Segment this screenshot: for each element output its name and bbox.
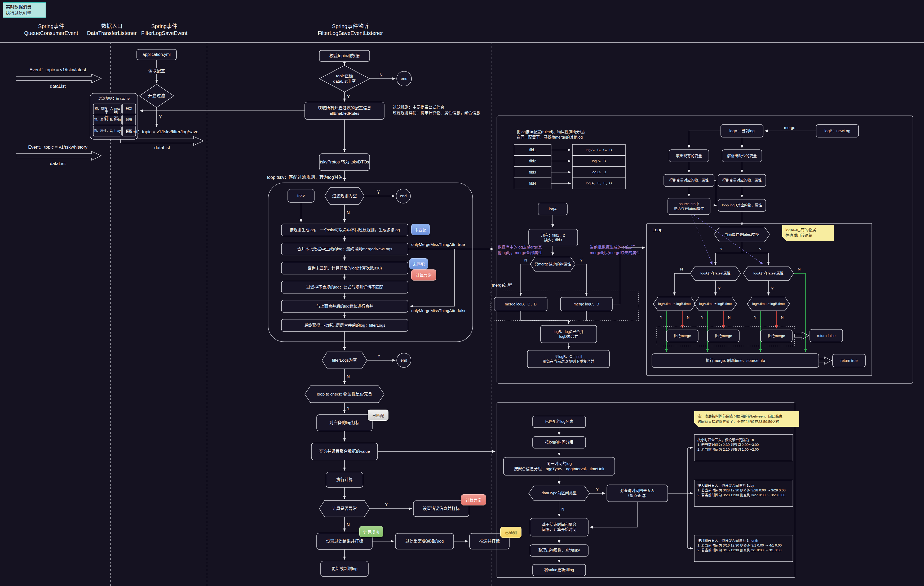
edge-label-yes: Y [384,502,389,508]
edge-label-no: N [797,267,802,272]
cache-row-key: 物、属性：C, 1day [94,129,120,133]
node-group-by-agg: 同一时间的log 按聚合信息分组：aggType、 aggInterval、ti… [514,461,604,472]
event-save-payload: dataList [154,145,170,151]
node-set-result: 设置过滤结果并打标 [326,538,363,544]
node-reject-merge: 拒绝merge [673,334,691,338]
edge-label-merge: merge [783,125,797,130]
fild-key: fild1 [529,148,536,152]
cache-title: 过滤规则：in cache [98,96,130,101]
example-month: 按月四舍五入，假设聚合间隔为 1month 1. 若当前时间为 3/16 12:… [698,538,791,553]
fild-val: log A、B、C、D [586,148,612,152]
node-group-by-time: 按log的时间分组 [545,440,573,445]
edge-label-no: N [560,507,566,512]
node-end-1: end [401,76,407,81]
edge-label-no: N [685,315,691,320]
lane-title-listener: Spring事件监听 FilterLogSaveEventListener [318,23,383,37]
node-attrs-existing: 得到变量对应的物、属性 [669,178,709,183]
annotation-only-merge-false: onlyMergeMissThingAttr: false [411,308,466,314]
node-merged-status: logB、logC已合并 logD未合并 [554,329,584,339]
node-merge-new-logs: 合并本批数据中生成的log：最终得到mergedNewLogs [297,246,392,252]
node-application-yml: application.yml [143,52,171,57]
node-update-value: 将value更新到log [544,568,574,573]
node-merge-cd: merge logC、D [574,302,599,306]
flowchart-canvas: 实时数据消费 执行过滤引擎 Spring事件 QueueConsumerEven… [0,0,924,586]
edge-label-yes: Y [376,354,382,359]
fild-val: log A、B [592,159,606,163]
node-tskv: tskv [297,193,305,198]
node-loop-logb-attrs: loop logB对应的物、属性 [722,203,762,208]
sticky-note-between: 注：底层按时间范围查询使用的是between，因此结束 时间就直接取临界值了，不… [694,411,799,427]
cache-row-key: 物、属性：B, 5min [94,118,121,122]
node-reject-merge: 拒绝merge [768,334,785,338]
node-exec-merge: 执行merge: 刷新time、sourceInfo [706,358,765,363]
node-mark-complete: 对完备的log打标 [329,420,360,425]
cache-row-key: 物、属性：A, now [95,107,120,111]
cache-row-val: 最新 [125,107,132,111]
edge-label-no: N [345,522,351,528]
edge-label-yes: Y [658,315,663,320]
title-badge: 实时数据消费 执行过滤引擎 [3,2,46,18]
node-has-latest-left: logA存在latest属性 [700,271,730,276]
edge-label-yes: Y [700,315,705,320]
edge-label-no: N [757,246,763,252]
node-filter-notify: 过滤出需要通知的log [406,538,444,544]
node-query-unmatched: 查询未匹配、计算异常的log(计算次数≤10) [308,265,382,271]
annotation-only-merge-true: onlyMergeMissThingAttr: true [411,242,465,247]
node-set-null: 令logB、C = null 避免在当前过滤规则下重复合并 [543,354,594,364]
node-fetch-vars: 取出现有的变量 [676,153,702,158]
node-loga: logA [549,206,557,212]
edge-label-yes: Y [716,286,722,291]
node-loop-check: loop to check: 物属性是否完备 [317,392,372,397]
node-generate-logs: 按规则生成log， 一个tskv可以命中不同过滤规则，生成多条log [290,227,400,233]
fild-key: fild4 [529,181,536,186]
edge-label-no: N [378,72,384,78]
edge-label-yes: Y [376,189,381,195]
node-time-eq: logA.time = logB.time [699,301,732,306]
annotation-merge-all: 数据库中的log去merge其 他log时，merge全部属性 [498,244,542,255]
node-set-error: 设置错误信息并打标 [422,506,460,511]
node-parse-missing: 解析出缺少的变量 [727,153,757,158]
node-filter-enabled: 开启过滤 [148,93,165,99]
node-rule-empty: 过滤规则为空 [332,193,357,199]
node-filter-invalid: 过滤掉不合规的log：公式与规则详情不匹配 [306,285,383,290]
node-sort-attr-query: 整理出物属性，查询tskv [538,548,580,553]
edge-label-no: N [780,315,785,320]
badge-notified: 已通知 [500,527,521,538]
node-time-lte: logA.time ≤ logB.time [658,301,691,306]
edge-label-yes: Y [345,406,351,411]
badge-calc-ok: 计算成功 [359,526,383,537]
node-matched-list: 已匹配的log列表 [545,419,573,424]
node-latest-type: 当前属性是latest类型 [724,232,759,237]
node-attrs-missing: 得到变量对应的物、属性 [722,178,762,183]
edge-label-yes: Y [158,114,163,120]
cache-row-val: 区间 [125,129,132,133]
node-topic-ok: topic正确 dataList非空 [333,73,356,84]
label-merge-process: merge过程 [492,282,512,288]
edge-label-yes: Y [595,487,600,492]
node-return-true: return true [840,358,858,363]
node-calc-error-check: 计算是否异常 [332,506,357,511]
edge-label-no: N [523,257,529,263]
cache-row-val: 最近 [125,118,132,122]
node-merge-bcd: merge logB、C、D [505,302,536,306]
edge-label-no: N [679,267,685,272]
annotation-loop-tskv: loop tskv：匹配过滤规则，转为log对象 [267,174,343,180]
event-save-label: Event：topic = v1/tskv/filter/log/save [126,129,198,135]
fild-val: log A、E、F、G [586,181,612,186]
badge-unmatched: 未匹配 [409,258,428,270]
node-return-false: return false [817,333,835,338]
badge-calc-error: 计算异常 [461,494,486,505]
fild-val: log C、D [592,170,606,174]
node-round-time: 对查询时间四舍五入 （整点查询） [620,488,655,498]
node-calc-starttime: 基于结束时间和聚合 间隔，计算开始时间 [542,522,577,532]
node-logb-new: logB：newLog [824,128,850,133]
node-update-log: 更新或新增log [332,566,358,571]
node-query-agg-value: 查询并设置聚合数据的value [319,449,370,454]
badge-unmatched: 未匹配 [411,224,430,235]
node-end-2: end [400,193,406,199]
node-time-gte: logA.time ≥ logB.time [752,301,785,306]
node-datatype-range: dataType为区间类型 [542,491,577,495]
edge-label-yes: Y [719,246,724,252]
example-hour: 按小时四舍五入，假设聚合间隔为 1h 1. 若当前时间为 2:30 则查询 2:… [698,438,791,452]
example-day: 按天四舍五入，假设聚合间隔为 1day 1. 若当前时间为 3/28 12:30… [698,483,791,498]
